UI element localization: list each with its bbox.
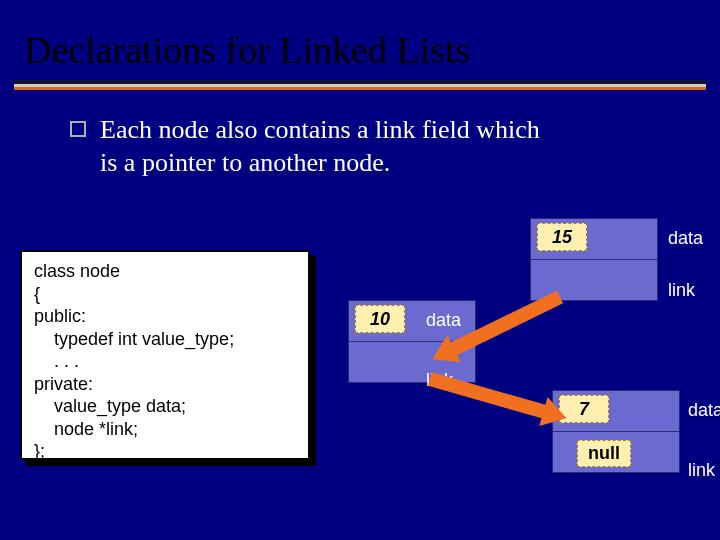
node-c-null: null [577,440,631,467]
code-line: { [34,284,40,304]
code-block: class node { public: typedef int value_t… [20,250,310,460]
code-line: node *link; [34,419,138,439]
node-b-value: 10 [355,305,405,333]
code-line: }; [34,441,45,461]
node-a-value: 15 [537,223,587,251]
node-a-link-label: link [668,280,695,301]
node-c: 7 null [552,390,680,473]
node-c-link-label: link [688,460,715,481]
bullet-icon [70,121,86,137]
code-line: class node [34,261,120,281]
node-a: 15 [530,218,658,301]
page-title: Declarations for Linked Lists [0,0,720,80]
title-underline [14,80,706,90]
code-line: typedef int value_type; [34,329,234,349]
node-a-data-label: data [668,228,703,249]
bullet-text: Each node also contains a link field whi… [100,114,560,179]
code-line: private: [34,374,93,394]
node-c-link-cell: null [553,432,679,472]
code-line: public: [34,306,86,326]
node-a-data-cell: 15 [531,219,657,259]
bullet-item: Each node also contains a link field whi… [0,114,720,179]
code-line: value_type data; [34,396,186,416]
node-b-data-label: data [426,310,461,331]
code-line: . . . [34,351,79,371]
arrow-b-to-c [428,372,547,419]
node-c-data-label: data [688,400,720,421]
node-c-data-cell: 7 [553,391,679,431]
